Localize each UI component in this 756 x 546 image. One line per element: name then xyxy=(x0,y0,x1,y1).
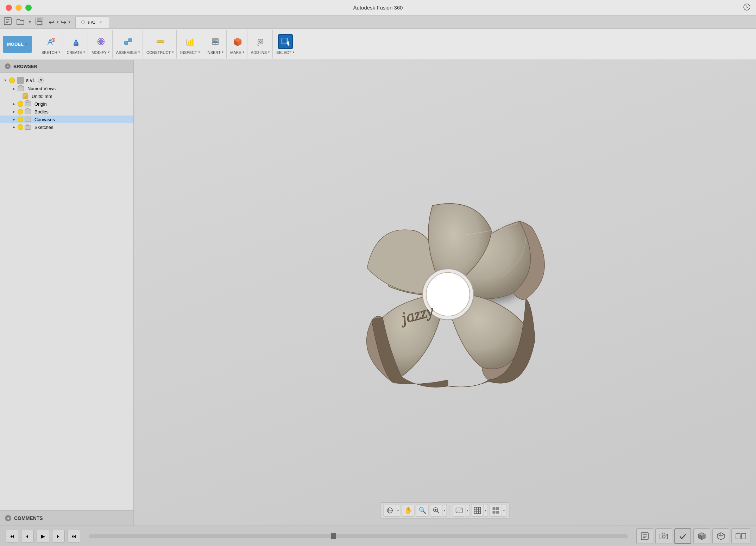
special-playback-icon[interactable] xyxy=(731,528,750,544)
tree-units-label: Units: mm xyxy=(32,94,52,99)
viewport[interactable]: jazzy ▼ ✋ xyxy=(134,60,756,526)
maximize-button[interactable] xyxy=(25,5,32,11)
tree-item-named-views[interactable]: ▶ Named Views xyxy=(0,85,133,92)
insert-label[interactable]: INSERT ▼ xyxy=(207,50,224,55)
modify-tool-button[interactable] xyxy=(94,34,108,49)
window-controls[interactable] xyxy=(6,5,32,11)
redo-button[interactable]: ↪ xyxy=(61,18,67,26)
orbit-button[interactable] xyxy=(384,504,396,517)
minimize-button[interactable] xyxy=(15,5,22,11)
tree-item-bodies[interactable]: ▶ Bodies xyxy=(0,108,133,116)
assemble-tool-button[interactable] xyxy=(121,34,136,49)
undo-button[interactable]: ↩ xyxy=(49,18,55,26)
svg-rect-28 xyxy=(190,40,191,45)
svg-rect-57 xyxy=(496,511,499,514)
sketch-tool-button[interactable] xyxy=(44,34,58,49)
tree-root-item[interactable]: ▼ s v1 ⚙ xyxy=(0,76,133,85)
addins-tool-button[interactable] xyxy=(253,34,268,49)
select-tool-button[interactable] xyxy=(278,34,293,49)
svg-rect-29 xyxy=(192,38,194,45)
play-button[interactable]: ▶ xyxy=(37,530,49,542)
comments-section[interactable]: + COMMENTS xyxy=(0,510,133,526)
browser-collapse-button[interactable]: − xyxy=(5,63,11,69)
camera-playback-icon[interactable] xyxy=(655,528,672,544)
tree-canvases-bulb xyxy=(18,117,23,122)
skip-end-button[interactable]: ⏭ xyxy=(68,530,80,542)
timeline-bar[interactable] xyxy=(89,534,628,538)
outline-box-playback-icon[interactable] xyxy=(712,528,729,544)
redo-dropdown[interactable]: ▼ xyxy=(68,20,71,24)
svg-rect-49 xyxy=(474,507,481,514)
display-dropdown[interactable]: ▼ xyxy=(466,504,470,517)
create-label[interactable]: CREATE ▼ xyxy=(67,50,86,55)
tree-root-arrow[interactable]: ▼ xyxy=(3,78,8,83)
make-tool-button[interactable] xyxy=(230,34,245,49)
tab-label: s v1 xyxy=(88,20,95,25)
toolbar-group-assemble: ASSEMBLE ▼ xyxy=(114,30,143,58)
modify-label[interactable]: MODIFY ▼ xyxy=(92,50,110,55)
svg-rect-8 xyxy=(37,18,42,21)
addins-label[interactable]: ADD-INS ▼ xyxy=(251,50,270,55)
inspect-label[interactable]: INSPECT ▼ xyxy=(180,50,201,55)
tree-units-icon xyxy=(23,93,28,99)
assemble-label[interactable]: ASSEMBLE ▼ xyxy=(116,50,140,55)
construct-label[interactable]: CONSTRUCT ▼ xyxy=(146,50,174,55)
create-tool-button[interactable] xyxy=(69,34,83,49)
open-button[interactable] xyxy=(15,17,25,27)
close-button[interactable] xyxy=(6,5,12,11)
timeline-position-marker xyxy=(331,533,336,539)
insert-tool-button[interactable] xyxy=(208,34,223,49)
pan-button[interactable]: ✋ xyxy=(402,504,415,517)
document-tab[interactable]: s v1 × xyxy=(75,17,109,28)
tree-namedviews-arrow[interactable]: ▶ xyxy=(11,86,16,91)
grid-dropdown[interactable]: ▼ xyxy=(484,504,488,517)
zoom-fit-dropdown[interactable]: ▼ xyxy=(443,504,447,517)
model-mode-button[interactable]: MODEL ▼ xyxy=(3,36,32,53)
svg-rect-56 xyxy=(493,511,496,514)
select-label[interactable]: SELECT ▼ xyxy=(276,50,295,55)
step-back-button[interactable]: ⏴ xyxy=(21,530,34,542)
zoom-fit-button[interactable] xyxy=(430,504,443,517)
tree-item-canvases[interactable]: ▶ Canvases xyxy=(0,116,133,123)
checkmark-playback-icon[interactable] xyxy=(674,528,691,544)
display-mode-button[interactable] xyxy=(453,504,466,517)
snap-dropdown[interactable]: ▼ xyxy=(502,504,506,517)
tree-origin-folder-icon xyxy=(25,101,31,106)
grid-button[interactable] xyxy=(471,504,484,517)
svg-line-2 xyxy=(747,7,748,8)
svg-point-36 xyxy=(260,41,262,43)
tree-origin-arrow[interactable]: ▶ xyxy=(11,101,16,106)
solid-box-playback-icon[interactable] xyxy=(693,528,710,544)
sketch-playback-icon[interactable] xyxy=(636,528,653,544)
svg-point-15 xyxy=(99,39,103,43)
dropdown-arrow[interactable]: ▼ xyxy=(28,20,32,24)
inspect-tool-button[interactable] xyxy=(183,34,198,49)
zoom-in-button[interactable]: 🔍 xyxy=(416,504,429,517)
tree-bodies-arrow[interactable]: ▶ xyxy=(11,109,16,114)
tree-item-units[interactable]: Units: mm xyxy=(0,92,133,100)
tree-canvases-arrow[interactable]: ▶ xyxy=(11,117,16,122)
tree-sketches-arrow[interactable]: ▶ xyxy=(11,125,16,130)
tree-root-settings-icon[interactable]: ⚙ xyxy=(38,77,44,83)
step-forward-button[interactable]: ⏵ xyxy=(52,530,65,542)
orbit-dropdown[interactable]: ▼ xyxy=(396,504,401,517)
new-document-button[interactable] xyxy=(3,16,13,28)
tree-canvases-folder-icon xyxy=(25,117,31,122)
make-label[interactable]: MAKE ▼ xyxy=(230,50,245,55)
skip-start-button[interactable]: ⏮ xyxy=(6,530,18,542)
construct-tool-button[interactable] xyxy=(153,34,168,49)
svg-rect-17 xyxy=(128,38,132,42)
tab-indicator xyxy=(81,20,85,24)
svg-point-64 xyxy=(666,534,667,535)
svg-rect-9 xyxy=(37,21,42,24)
tab-close-button[interactable]: × xyxy=(98,20,103,25)
browser-title: BROWSER xyxy=(13,64,37,69)
comments-add-button[interactable]: + xyxy=(5,515,11,521)
save-button[interactable] xyxy=(34,17,44,27)
sketch-label[interactable]: SKETCH ▼ xyxy=(42,50,61,55)
left-panel: − BROWSER ▼ s v1 ⚙ ▶ Named Views xyxy=(0,60,134,526)
tree-item-origin[interactable]: ▶ Origin xyxy=(0,100,133,108)
undo-dropdown[interactable]: ▼ xyxy=(56,20,59,24)
tree-item-sketches[interactable]: ▶ Sketches xyxy=(0,123,133,131)
snap-button[interactable] xyxy=(490,504,502,517)
